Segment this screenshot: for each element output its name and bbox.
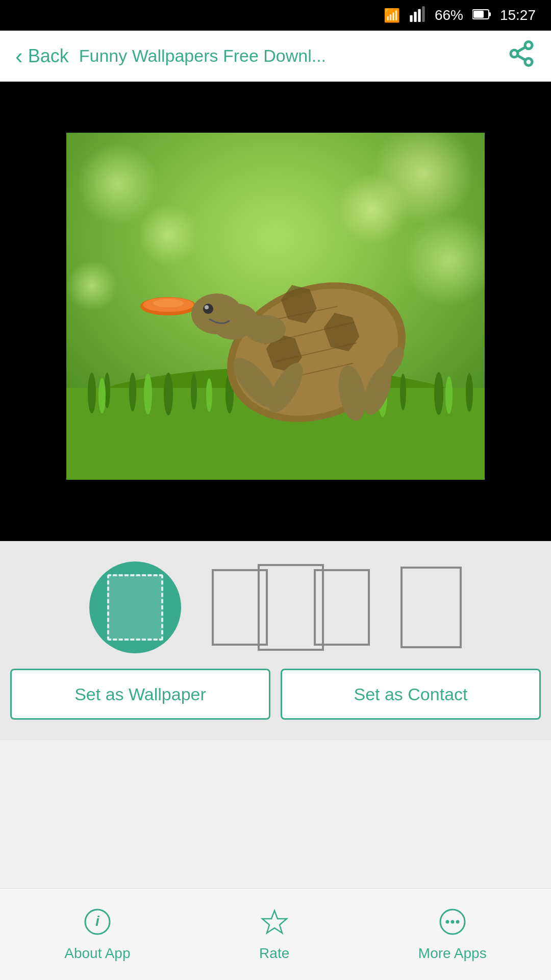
svg-point-34 [98,378,106,413]
crop-rect-single [400,567,462,648]
svg-rect-5 [489,12,491,16]
svg-point-16 [337,174,408,245]
svg-point-35 [144,374,152,414]
page-title: Funny Wallpapers Free Downl... [79,46,497,66]
image-black-top [0,82,551,133]
svg-point-54 [245,315,286,344]
more-apps-label: More Apps [418,945,487,962]
crop-icon-inner [107,574,163,641]
svg-point-13 [77,143,158,225]
svg-point-55 [191,293,242,334]
svg-point-57 [205,305,209,309]
crop-double-rect [212,564,370,651]
svg-point-40 [445,376,453,414]
svg-point-21 [88,373,96,413]
svg-rect-2 [418,9,420,21]
set-contact-button[interactable]: Set as Contact [281,669,541,720]
back-button[interactable]: ‹ Back [15,45,69,67]
svg-point-25 [191,373,197,410]
image-black-bottom [0,480,551,541]
signal-icon [409,6,425,26]
more-apps-icon [438,908,467,940]
about-icon: i [83,908,112,940]
svg-line-11 [517,47,525,52]
status-bar: 📶 66% 15:27 [0,0,551,31]
image-area [0,82,551,541]
svg-rect-6 [473,11,484,18]
svg-point-15 [138,204,199,265]
svg-point-17 [66,260,117,311]
svg-point-33 [466,373,473,412]
clock: 15:27 [500,7,536,23]
about-label: About App [64,945,130,962]
svg-point-23 [129,373,136,411]
top-navigation: ‹ Back Funny Wallpapers Free Downl... [0,31,551,82]
svg-point-67 [445,920,449,923]
set-wallpaper-button[interactable]: Set as Wallpaper [10,669,270,720]
svg-text:i: i [95,913,100,929]
back-label: Back [28,45,69,67]
crop-panel [0,541,551,669]
battery-percent: 66% [435,7,463,23]
svg-point-56 [203,304,213,314]
crop-option-wallpaper[interactable] [89,561,181,653]
svg-rect-1 [414,12,416,22]
svg-marker-65 [262,911,287,933]
svg-point-69 [456,920,459,923]
svg-rect-0 [410,15,412,21]
nav-item-more[interactable]: More Apps [418,908,487,962]
svg-point-68 [450,920,454,923]
svg-point-36 [206,378,212,412]
crop-rect-center [258,564,324,651]
nav-item-rate[interactable]: Rate [259,908,289,962]
wifi-icon: 📶 [384,8,400,23]
rate-label: Rate [259,945,289,962]
rate-icon [260,908,289,940]
bottom-navigation: i About App Rate More Apps [0,888,551,980]
action-buttons: Set as Wallpaper Set as Contact [0,669,551,740]
main-image [66,133,485,480]
svg-point-31 [400,374,406,410]
svg-rect-3 [422,6,424,22]
share-button[interactable] [507,39,536,73]
svg-point-24 [164,373,173,415]
crop-option-single[interactable] [400,567,462,648]
battery-icon [472,8,491,23]
back-icon: ‹ [15,45,23,67]
svg-point-32 [434,372,443,415]
crop-circle-selected [89,561,181,653]
turtle-scene-svg [66,133,485,480]
svg-line-10 [517,55,525,60]
crop-option-both[interactable] [212,564,370,651]
nav-item-about[interactable]: i About App [64,908,130,962]
svg-point-43 [153,299,184,307]
